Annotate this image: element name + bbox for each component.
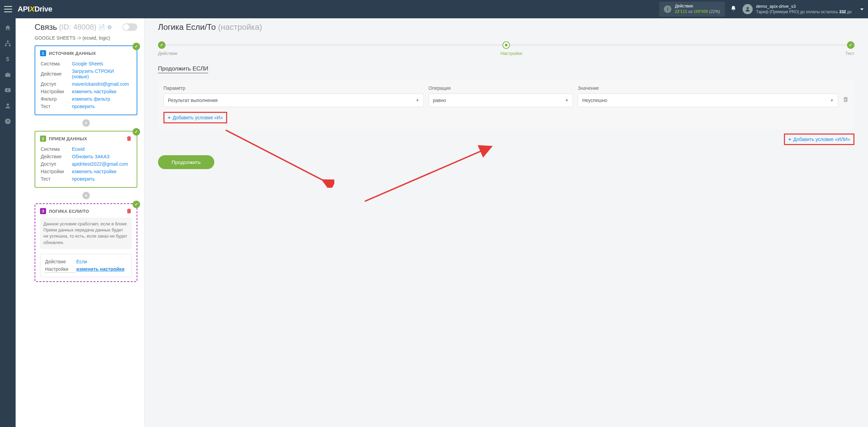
- destination-title: ПРИЕМ ДАННЫХ: [49, 136, 87, 141]
- step-done-icon: ✓: [158, 41, 165, 49]
- hamburger-icon[interactable]: [4, 6, 12, 12]
- source-block: ✓ 1 ИСТОЧНИК ДАННЫХ СистемаGoogle Sheets…: [35, 45, 137, 115]
- check-icon: ✓: [133, 201, 140, 208]
- source-filter[interactable]: изменить фильтр: [72, 96, 110, 102]
- source-access[interactable]: maverickandrii@gmail.com: [72, 81, 129, 87]
- user-icon[interactable]: [4, 102, 12, 110]
- field-label: Операция: [429, 85, 573, 91]
- svg-text:?: ?: [7, 119, 9, 123]
- logo: APIXDrive: [18, 5, 52, 14]
- app-header: APIXDrive i Действия: 22'111 из 100'000 …: [0, 0, 868, 18]
- annotation-arrow: [361, 144, 497, 205]
- operation-select[interactable]: равно▼: [429, 94, 573, 107]
- logic-title: ЛОГИКА ЕСЛИ/ТО: [49, 209, 89, 214]
- source-action[interactable]: Загрузить СТРОКИ (новые): [72, 68, 114, 79]
- add-block-button[interactable]: +: [82, 192, 90, 199]
- youtube-icon[interactable]: [4, 86, 12, 94]
- svg-rect-2: [5, 45, 7, 46]
- field-label: Значение: [578, 85, 838, 91]
- connection-title: Связь (ID: 48008) 📄 ⚙: [35, 22, 137, 32]
- chevron-down-icon[interactable]: [860, 6, 864, 12]
- svg-text:$: $: [6, 56, 9, 62]
- condition-group: Параметр Результат выполнения▼ Операция …: [158, 80, 854, 129]
- svg-rect-5: [5, 74, 11, 77]
- trash-icon[interactable]: 🗑: [126, 136, 132, 142]
- dest-system[interactable]: Ecwid: [72, 146, 84, 152]
- step-label[interactable]: Тест: [845, 51, 854, 56]
- param-select[interactable]: Результат выполнения▼: [163, 94, 424, 107]
- step-label[interactable]: Настройки: [500, 51, 522, 56]
- bell-icon[interactable]: [730, 5, 736, 13]
- dest-settings[interactable]: изменить настройки: [72, 169, 116, 174]
- dest-test[interactable]: проверить: [72, 176, 95, 182]
- content-area: Логика Если/То (настройка) ✓ ✓ Действие …: [144, 18, 868, 427]
- logic-action[interactable]: Если: [76, 259, 87, 264]
- destination-block: ✓ 2 ПРИЕМ ДАННЫХ 🗑 СистемаEcwid Действие…: [35, 131, 137, 188]
- chevron-down-icon: ▼: [565, 98, 569, 102]
- add-and-button[interactable]: + Добавить условие «И»: [163, 112, 227, 123]
- add-block-button[interactable]: +: [82, 119, 90, 127]
- user-name: demo_apix-drive_s3: [756, 4, 852, 9]
- step-label[interactable]: Действие: [158, 51, 177, 56]
- svg-rect-3: [9, 45, 11, 46]
- user-tariff: Тариф |Премиум PRO| до оплаты осталось 3…: [756, 9, 852, 15]
- check-icon: ✓: [133, 128, 140, 136]
- connection-sidebar: Связь (ID: 48008) 📄 ⚙ GOOGLE SHEETS -> (…: [16, 18, 144, 427]
- info-icon: i: [664, 5, 671, 13]
- logic-settings[interactable]: изменить настройки: [76, 266, 124, 272]
- add-or-button[interactable]: + Добавить условие «ИЛИ»: [784, 134, 854, 145]
- connection-toggle[interactable]: [122, 23, 137, 31]
- sitemap-icon[interactable]: [4, 39, 12, 47]
- help-icon[interactable]: ?: [4, 117, 12, 125]
- connection-path: GOOGLE SHEETS -> (ecwid, logic): [35, 35, 137, 41]
- svg-point-7: [7, 103, 9, 106]
- field-label: Параметр: [163, 85, 424, 91]
- page-title: Логика Если/То (настройка): [158, 22, 854, 32]
- progress-steps: ✓ ✓: [158, 41, 854, 49]
- source-system[interactable]: Google Sheets: [72, 61, 103, 66]
- dest-access[interactable]: apidritest2022@gmail.com: [72, 161, 128, 167]
- step-active-icon: [502, 41, 510, 49]
- trash-icon[interactable]: 🗑: [126, 208, 132, 214]
- dollar-icon[interactable]: $: [4, 55, 12, 63]
- user-menu[interactable]: demo_apix-drive_s3 Тариф |Премиум PRO| д…: [743, 4, 864, 15]
- source-title: ИСТОЧНИК ДАННЫХ: [49, 51, 96, 56]
- trash-icon[interactable]: 🗑: [843, 96, 849, 103]
- dest-action[interactable]: Обновить ЗАКАЗ: [72, 154, 110, 159]
- svg-line-11: [365, 147, 490, 201]
- step-done-icon: ✓: [847, 41, 854, 49]
- logic-block: ✓ 3 ЛОГИКА ЕСЛИ/ТО 🗑 Данное условие сраб…: [35, 203, 137, 282]
- svg-point-0: [747, 7, 749, 9]
- source-settings[interactable]: изменить настройки: [72, 89, 116, 94]
- source-test[interactable]: проверить: [72, 104, 95, 109]
- left-rail: $ ?: [0, 18, 16, 427]
- section-title: Продолжить ЕСЛИ: [158, 65, 208, 73]
- actions-counter[interactable]: i Действия: 22'111 из 100'000 (22%): [659, 2, 725, 16]
- document-icon[interactable]: 📄: [98, 24, 105, 30]
- check-icon: ✓: [133, 43, 140, 50]
- logic-note: Данное условие сработает, если в блоке П…: [40, 218, 132, 249]
- value-select[interactable]: Неуспешно▼: [578, 94, 838, 107]
- continue-button[interactable]: Продолжить: [158, 155, 214, 169]
- chevron-down-icon: ▼: [416, 98, 419, 102]
- home-icon[interactable]: [4, 24, 12, 32]
- gear-icon[interactable]: ⚙: [107, 24, 112, 30]
- briefcase-icon[interactable]: [4, 70, 12, 79]
- avatar-icon: [743, 4, 753, 14]
- chevron-down-icon: ▼: [830, 98, 834, 102]
- svg-rect-1: [7, 41, 9, 42]
